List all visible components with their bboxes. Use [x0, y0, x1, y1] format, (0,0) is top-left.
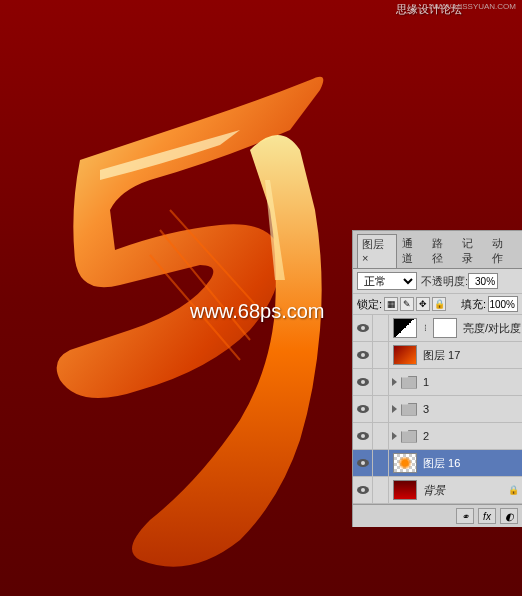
tab-actions[interactable]: 动作: [488, 234, 517, 268]
eye-icon: [357, 378, 369, 386]
layer-name: 1: [421, 376, 522, 388]
eye-icon: [357, 486, 369, 494]
lock-paint-icon[interactable]: ✎: [400, 297, 414, 311]
lock-fill-row: 锁定: ▦ ✎ ✥ 🔒 填充:: [353, 294, 522, 315]
layers-list: ⁞ 亮度/对比度 图层 17 1 3: [353, 315, 522, 504]
layer-name: 2: [421, 430, 522, 442]
link-col: [373, 315, 389, 341]
link-col: [373, 342, 389, 368]
lock-label: 锁定:: [357, 297, 382, 312]
eye-icon: [357, 432, 369, 440]
opacity-input[interactable]: [468, 273, 498, 289]
visibility-toggle[interactable]: [353, 315, 373, 341]
link-col: [373, 423, 389, 449]
folder-icon: [401, 376, 417, 389]
fill-label: 填充:: [461, 297, 486, 312]
watermark-text: www.68ps.com: [190, 300, 325, 323]
visibility-toggle[interactable]: [353, 396, 373, 422]
layer-row-group[interactable]: 2: [353, 423, 522, 450]
folder-icon: [401, 403, 417, 416]
lock-all-icon[interactable]: 🔒: [432, 297, 446, 311]
layer-name: 图层 16: [421, 456, 522, 471]
layer-thumb: [393, 453, 417, 473]
layer-row-group[interactable]: 3: [353, 396, 522, 423]
eye-icon: [357, 351, 369, 359]
visibility-toggle[interactable]: [353, 423, 373, 449]
visibility-toggle[interactable]: [353, 477, 373, 503]
layer-style-button[interactable]: fx: [478, 508, 496, 524]
layer-name: 亮度/对比度: [461, 321, 522, 336]
mask-thumb: [433, 318, 457, 338]
blend-mode-select[interactable]: 正常: [357, 272, 417, 290]
visibility-toggle[interactable]: [353, 450, 373, 476]
layer-name: 3: [421, 403, 522, 415]
adjustment-thumb: [393, 318, 417, 338]
eye-icon: [357, 405, 369, 413]
panel-tabs: 图层 × 通道 路径 记录 动作: [353, 231, 522, 269]
opacity-label: 不透明度:: [421, 274, 468, 289]
layer-thumb: [393, 345, 417, 365]
link-col: [373, 477, 389, 503]
tab-paths[interactable]: 路径: [428, 234, 457, 268]
link-col: [373, 369, 389, 395]
expand-triangle-icon[interactable]: [392, 378, 397, 386]
link-layers-button[interactable]: ⚭: [456, 508, 474, 524]
layer-row-selected[interactable]: 图层 16: [353, 450, 522, 477]
layer-row-background[interactable]: 背景 🔒: [353, 477, 522, 504]
eye-icon: [357, 324, 369, 332]
layer-name: 图层 17: [421, 348, 522, 363]
lock-transparency-icon[interactable]: ▦: [384, 297, 398, 311]
lock-icon: 🔒: [508, 485, 518, 495]
expand-triangle-icon[interactable]: [392, 432, 397, 440]
fill-input[interactable]: [488, 296, 518, 312]
lock-position-icon[interactable]: ✥: [416, 297, 430, 311]
layer-mask-button[interactable]: ◐: [500, 508, 518, 524]
layer-row-group[interactable]: 1: [353, 369, 522, 396]
link-icon: ⁞: [421, 322, 429, 334]
header-site-url: WWW.MISSYUAN.COM: [429, 2, 516, 11]
tab-layers-label: 图层: [362, 238, 384, 250]
panel-footer: ⚭ fx ◐: [353, 504, 522, 527]
expand-triangle-icon[interactable]: [392, 405, 397, 413]
layer-row-adjustment[interactable]: ⁞ 亮度/对比度: [353, 315, 522, 342]
layer-name: 背景: [421, 483, 508, 498]
eye-icon: [357, 459, 369, 467]
visibility-toggle[interactable]: [353, 342, 373, 368]
link-col: [373, 396, 389, 422]
tab-history[interactable]: 记录: [458, 234, 487, 268]
visibility-toggle[interactable]: [353, 369, 373, 395]
layers-panel: 图层 × 通道 路径 记录 动作 正常 不透明度: 锁定: ▦ ✎ ✥ 🔒 填充…: [352, 230, 522, 527]
link-col: [373, 450, 389, 476]
tab-layers[interactable]: 图层 ×: [357, 234, 397, 268]
tab-channels[interactable]: 通道: [398, 234, 427, 268]
layer-row[interactable]: 图层 17: [353, 342, 522, 369]
layer-thumb: [393, 480, 417, 500]
folder-icon: [401, 430, 417, 443]
blend-opacity-row: 正常 不透明度:: [353, 269, 522, 294]
